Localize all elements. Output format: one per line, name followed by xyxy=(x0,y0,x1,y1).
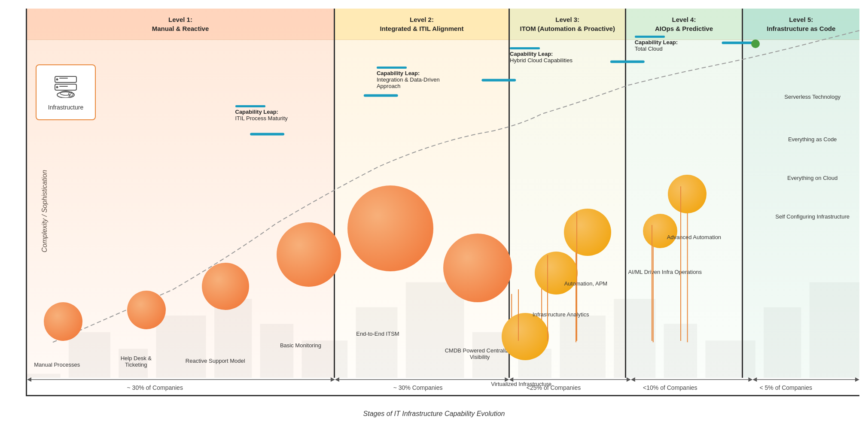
cap-leap-4: Capability Leap: Total Cloud xyxy=(635,36,678,52)
cap-leap-2-title: Capability Leap: xyxy=(377,70,420,76)
level-2-title: Level 2: xyxy=(339,15,504,24)
x-axis-label: Stages of IT Infrastructure Capability E… xyxy=(363,410,505,418)
pct-arrow-3-right xyxy=(627,377,631,382)
label-basic-monitoring: Basic Monitoring xyxy=(268,342,333,349)
cap-leap-1: Capability Leap: ITIL Process Maturity xyxy=(235,105,288,121)
infrastructure-box: Infrastructure xyxy=(36,64,96,120)
cap-leap-3-title: Capability Leap: xyxy=(510,51,553,57)
stem-virt xyxy=(518,289,519,341)
svg-point-4 xyxy=(56,86,58,88)
level-5-sublabel: Infrastructure as Code xyxy=(747,24,855,33)
label-eoc: Everything on Cloud xyxy=(774,175,851,181)
label-itsm: End-to-End ITSM xyxy=(343,331,412,337)
level-3-title: Level 3: xyxy=(514,15,621,24)
cap-leap-3: Capability Leap: Hybrid Cloud Capabiliti… xyxy=(510,47,573,64)
bubble-reactive xyxy=(202,263,249,310)
label-helpdesk: Help Desk & Ticketing xyxy=(110,355,162,368)
label-eac: Everything as Code xyxy=(774,136,851,143)
pct-label-1: ~ 30% of Companies xyxy=(127,384,183,391)
bubble-aiml xyxy=(643,214,677,248)
pct-arrow-1-left xyxy=(27,377,31,382)
pct-label-3: <25% of Companies xyxy=(527,384,581,391)
level-5: Level 5: Infrastructure as Code xyxy=(743,9,859,378)
infra-label: Infrastructure xyxy=(48,104,83,111)
pct-arrow-5-right xyxy=(855,377,859,382)
bubble-basic-monitoring xyxy=(277,222,341,287)
label-advanced: Advanced Automation xyxy=(660,234,728,240)
label-reactive: Reactive Support Model xyxy=(185,358,245,364)
cap-leap-4-title: Capability Leap: xyxy=(635,39,678,46)
cap-bar-cl4 xyxy=(635,36,665,38)
cap-bar-cl1 xyxy=(235,105,265,107)
level-1-sublabel: Manual & Reactive xyxy=(31,24,329,33)
bubble-virtualized xyxy=(502,313,549,360)
bubble-itsm xyxy=(347,185,433,271)
label-analytics: Infrastructure Analytics xyxy=(527,311,595,318)
main-container: Complexity / Sophistication Stages of IT… xyxy=(0,0,868,422)
cap-leap-4-desc: Total Cloud xyxy=(635,46,663,52)
pct-arrow-4-left xyxy=(631,377,635,382)
level-3-sublabel: ITOM (Automation & Proactive) xyxy=(514,24,621,33)
cap-leap-2-desc: Integration & Data-Driven Approach xyxy=(377,76,440,89)
bubble-analytics xyxy=(535,252,578,294)
svg-point-1 xyxy=(56,78,58,80)
cap-leap-1-desc: ITIL Process Maturity xyxy=(235,115,288,121)
cap-bar-cl3 xyxy=(510,47,540,49)
level-5-header: Level 5: Infrastructure as Code xyxy=(743,9,859,40)
level-4-title: Level 4: xyxy=(630,15,737,24)
stem-adv-auto xyxy=(680,186,681,341)
cap-leap-1-title: Capability Leap: xyxy=(235,109,278,115)
label-automation: Automation, APM xyxy=(551,280,620,287)
cap-bar-cl2 xyxy=(377,67,407,69)
label-serverless: Serverless Technology xyxy=(774,94,851,100)
bubble-cmdb xyxy=(443,234,512,302)
bubble-automation xyxy=(564,209,611,256)
svg-rect-2 xyxy=(59,78,68,79)
chart-area: Level 1: Manual & Reactive Level 2: Inte… xyxy=(26,9,859,396)
pct-label-4: <10% of Companies xyxy=(643,384,697,391)
pct-label-5: < 5% of Companies xyxy=(759,384,812,391)
infrastructure-icon xyxy=(53,74,79,102)
pct-label-2: ~ 30% Companies xyxy=(393,384,443,391)
label-self-config: Self Configuring Infrastructure xyxy=(774,213,851,220)
cap-leap-2: Capability Leap: Integration & Data-Driv… xyxy=(377,67,445,89)
label-manual-processes: Manual Processes xyxy=(31,361,83,368)
level-2-header: Level 2: Integrated & ITIL Alignment xyxy=(335,9,509,40)
level-1-title: Level 1: xyxy=(31,15,329,24)
stem-infra-analytics xyxy=(547,255,548,341)
pct-arrow-1-right xyxy=(331,377,335,382)
bubble-manual-processes xyxy=(44,302,82,341)
bubble-helpdesk xyxy=(127,291,166,329)
svg-point-6 xyxy=(57,92,74,98)
level-4-sublabel: AIOps & Predictive xyxy=(630,24,737,33)
pct-arrow-5-left xyxy=(752,377,757,382)
level-3-header: Level 3: ITOM (Automation & Proactive) xyxy=(510,9,625,40)
label-aiml: AI/ML Driven Infra Operations xyxy=(626,269,704,275)
level-1-header: Level 1: Manual & Reactive xyxy=(27,9,334,40)
pct-arrow-4-right xyxy=(748,377,752,382)
green-dot xyxy=(751,39,760,48)
cap-leap-3-desc: Hybrid Cloud Capabilities xyxy=(510,57,573,64)
svg-rect-5 xyxy=(59,86,68,87)
level-2: Level 2: Integrated & ITIL Alignment xyxy=(335,9,510,378)
stem-auto-apm xyxy=(576,212,577,341)
level-5-title: Level 5: xyxy=(747,15,855,24)
bubble-advanced xyxy=(668,175,707,213)
stem-aiml-line xyxy=(652,225,652,341)
pct-arrow-2-left xyxy=(335,377,339,382)
level-2-sublabel: Integrated & ITIL Alignment xyxy=(339,24,504,33)
